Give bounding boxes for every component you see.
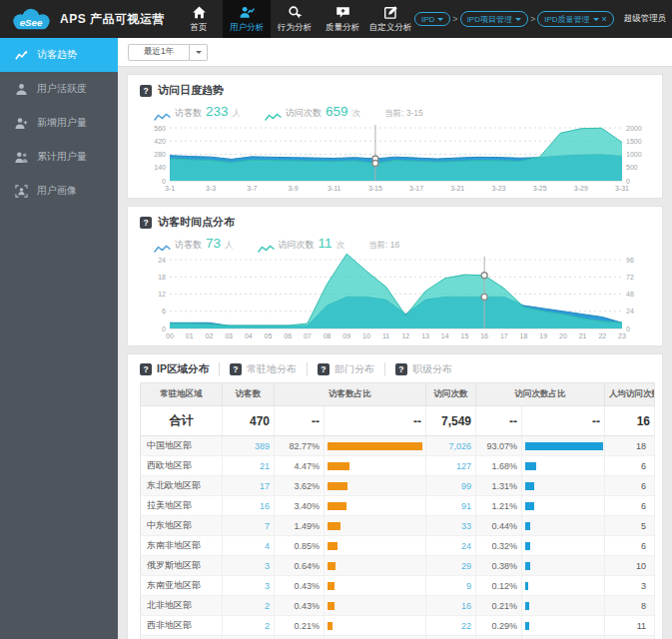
svg-text:20: 20 — [559, 332, 567, 339]
visitors-bar — [328, 502, 346, 510]
per-capita: 18 — [605, 436, 655, 456]
svg-text:0: 0 — [162, 325, 166, 332]
visitors-bar — [328, 622, 333, 630]
close-icon[interactable]: × — [602, 15, 607, 24]
visitors-pct: 82.77% — [275, 436, 325, 456]
nav-item-label: 自定义分析 — [369, 22, 412, 34]
visitors-bar-cell — [325, 456, 426, 476]
visitors-count: 2 — [223, 616, 275, 636]
visitors-count: 16 — [223, 496, 275, 516]
nav-item-custom-analysis[interactable]: 自定义分析 — [366, 0, 414, 38]
visits-count: 29 — [426, 556, 476, 576]
tab-3[interactable]: ?职级分布 — [384, 362, 462, 376]
visitors-count: 17 — [223, 476, 275, 496]
sidebar-item-user-add[interactable]: 新增用户量 — [0, 106, 118, 140]
visits-bar — [525, 462, 536, 470]
visits-bar-cell — [522, 536, 605, 556]
nav-item-home[interactable]: 首页 — [175, 0, 223, 38]
sidebar-item-label: 新增用户量 — [37, 116, 87, 130]
visits-bar-cell — [522, 436, 605, 456]
breadcrumb-label: IPD项目管理 — [467, 14, 512, 25]
svg-text:0: 0 — [626, 178, 630, 185]
svg-text:07: 07 — [304, 332, 312, 339]
table-row: 北非地区部20.43%160.21%8 — [141, 596, 655, 616]
svg-text:02: 02 — [205, 332, 213, 339]
total-visitors-pct: -- — [275, 406, 325, 436]
sidebar-item-user-portrait[interactable]: 用户画像 — [0, 174, 118, 208]
sidebar-item-users-total[interactable]: 累计用户量 — [0, 140, 118, 174]
daily-trend-chart[interactable]: 001405002801000420150056020003-13-33-73-… — [140, 122, 654, 194]
svg-text:3-1: 3-1 — [165, 185, 175, 192]
nav-item-behavior-analysis[interactable]: 行为分析 — [271, 0, 319, 38]
cloud-logo-icon: eSee — [8, 7, 54, 31]
legend-label: 访问次数 — [286, 107, 322, 120]
per-capita: 6 — [605, 536, 655, 556]
distribution-tabs: ?IP区域分布?常驻地分布?部门分布?职级分布 — [140, 362, 650, 376]
svg-text:0: 0 — [626, 325, 630, 332]
tab-0[interactable]: ?IP区域分布 — [140, 362, 219, 376]
col-visits-pct: 访问次数占比 — [476, 383, 605, 406]
svg-text:21: 21 — [579, 332, 587, 339]
table-header-row: 常驻地区域 访客数 访客数占比 访问次数 访问次数占比 人均访问次数 — [141, 383, 655, 406]
table-row: 东南亚地区部30.43%90.12%3 — [141, 576, 655, 596]
visitors-pct: 0.85% — [275, 536, 325, 556]
svg-text:11: 11 — [382, 332, 389, 339]
breadcrumb-pill[interactable]: IPD项目管理 — [460, 11, 528, 27]
tab-label: IP区域分布 — [157, 362, 209, 376]
breadcrumb-pill[interactable]: IPD — [414, 12, 450, 26]
region-name: 东南亚地区部 — [141, 576, 223, 596]
nav-item-label: 行为分析 — [278, 22, 312, 34]
svg-text:140: 140 — [154, 164, 166, 171]
logo-text: eSee — [20, 17, 43, 28]
visitors-count: 21 — [223, 456, 275, 476]
visitors-bar-cell — [325, 616, 426, 636]
hourly-title-row: ? 访客时间点分布 — [140, 215, 650, 230]
total-visitors-bar: -- — [325, 406, 426, 436]
sidebar: 访客趋势用户活跃度新增用户量累计用户量用户画像 — [0, 38, 118, 639]
region-name: 俄罗斯地区部 — [141, 556, 223, 576]
per-capita: 10 — [605, 556, 655, 576]
main-nav: 首页用户分析行为分析质量分析自定义分析 — [175, 0, 414, 38]
total-visits: 7,549 — [426, 406, 476, 436]
esee-logo[interactable]: eSee — [0, 0, 60, 38]
tab-2[interactable]: ?部门分布 — [307, 362, 384, 376]
breadcrumb-pill[interactable]: IPD质量管理× — [537, 11, 614, 27]
col-visitors-pct: 访客数占比 — [275, 383, 426, 406]
nav-item-quality-analysis[interactable]: 质量分析 — [319, 0, 366, 38]
sidebar-item-user-active[interactable]: 用户活跃度 — [0, 72, 118, 106]
breadcrumb-label: IPD质量管理 — [544, 14, 589, 25]
visits-bar — [525, 442, 603, 450]
trend-icon — [15, 49, 28, 62]
visitors-bar-cell — [325, 556, 426, 576]
visits-bar — [525, 602, 529, 610]
svg-text:12: 12 — [401, 332, 409, 339]
per-capita: 3 — [605, 636, 655, 639]
breadcrumb-separator: > — [452, 14, 457, 24]
daily-trend-title-row: ? 访问日度趋势 — [140, 83, 650, 98]
legend-value: 73 — [206, 236, 221, 251]
visits-count: 127 — [426, 456, 476, 476]
legend-label: 访问次数 — [279, 239, 315, 252]
help-icon[interactable]: ? — [140, 217, 152, 229]
help-icon[interactable]: ? — [140, 85, 152, 97]
svg-text:3-7: 3-7 — [247, 185, 257, 192]
visits-count: 7,026 — [426, 436, 476, 456]
legend-label: 访客数 — [175, 107, 202, 120]
date-range-button[interactable]: 最近1年 — [128, 44, 190, 61]
svg-text:560: 560 — [154, 125, 166, 132]
date-range-dropdown-button[interactable] — [190, 44, 208, 61]
content-area: 最近1年 ? 访问日度趋势 访客数233人访问次数659次当前: 3-15 00… — [118, 38, 672, 639]
tab-1[interactable]: ?常驻地分布 — [219, 362, 307, 376]
header-right: IPD>IPD项目管理>IPD质量管理× 超级管理员 — [414, 0, 672, 38]
svg-text:00: 00 — [166, 332, 174, 339]
sidebar-item-trend[interactable]: 访客趋势 — [0, 38, 118, 72]
svg-text:16: 16 — [480, 332, 488, 339]
daily-trend-legend: 访客数233人访问次数659次当前: 3-15 — [154, 104, 650, 120]
per-capita: 6 — [605, 496, 655, 516]
visitors-count: 4 — [223, 536, 275, 556]
svg-text:500: 500 — [626, 164, 638, 171]
help-icon: ? — [140, 363, 152, 375]
nav-item-user-analysis[interactable]: 用户分析 — [223, 0, 271, 38]
hourly-distribution-chart[interactable]: 0062412481872249600010203040506070809101… — [140, 254, 654, 341]
daily-trend-title: 访问日度趋势 — [158, 83, 224, 98]
